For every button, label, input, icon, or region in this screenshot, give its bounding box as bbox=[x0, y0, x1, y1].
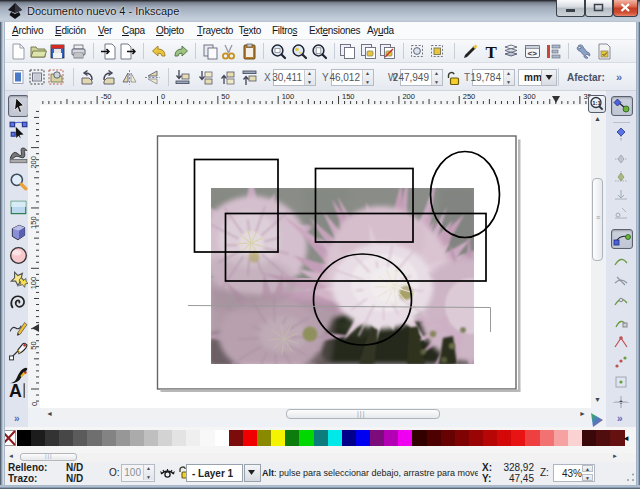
svg-text:50: 50 bbox=[221, 92, 229, 101]
svg-text:100: 100 bbox=[282, 92, 295, 101]
svg-text:300: 300 bbox=[523, 92, 536, 101]
svg-text:200: 200 bbox=[402, 92, 415, 101]
svg-text:<>: <> bbox=[527, 49, 537, 58]
svg-text:250: 250 bbox=[463, 92, 476, 101]
svg-text:1:1: 1:1 bbox=[592, 100, 601, 106]
svg-text:A: A bbox=[9, 381, 22, 400]
svg-text:0: 0 bbox=[30, 402, 39, 406]
svg-text:100: 100 bbox=[30, 277, 39, 290]
svg-text:50: 50 bbox=[30, 341, 39, 349]
svg-text:150: 150 bbox=[30, 216, 39, 229]
svg-text:T: T bbox=[485, 43, 497, 60]
svg-text:200: 200 bbox=[30, 156, 39, 169]
svg-text:150: 150 bbox=[342, 92, 355, 101]
svg-text:0: 0 bbox=[161, 92, 165, 101]
svg-text:-50: -50 bbox=[101, 92, 112, 101]
